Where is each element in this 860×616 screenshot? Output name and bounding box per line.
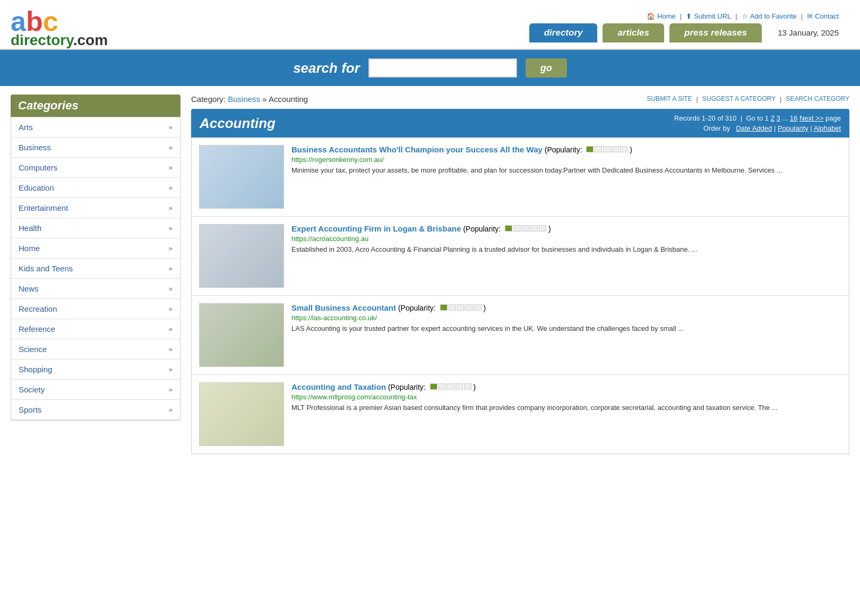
search-button[interactable]: go (526, 58, 567, 78)
tab-articles[interactable]: articles (603, 23, 664, 42)
search-category-link[interactable]: SEARCH CATEGORY (786, 95, 849, 103)
chevron-icon: » (169, 224, 173, 232)
submit-site-link[interactable]: SUBMIT A SITE (647, 95, 692, 103)
sidebar-link[interactable]: Shopping (19, 365, 52, 374)
breadcrumb-left: Category: Business » Accounting (191, 95, 308, 104)
listing-item: Small Business Accountant (Popularity: )… (192, 296, 849, 375)
order-popularity-link[interactable]: Popularity (778, 124, 809, 132)
popularity-bar (603, 146, 610, 152)
category-meta: Records 1-20 of 310 | Go to 1 2 3 ... 16… (674, 114, 841, 132)
chevron-icon: » (169, 365, 173, 373)
listing-item: Expert Accounting Firm in Logan & Brisba… (192, 217, 849, 296)
sidebar-item-kids-and-teens[interactable]: Kids and Teens» (11, 259, 180, 279)
chevron-icon: » (169, 325, 173, 333)
home-link[interactable]: 🏠 Home (647, 12, 676, 20)
listing-thumbnail (199, 224, 284, 288)
sidebar-item-reference[interactable]: Reference» (11, 319, 180, 339)
chevron-icon: » (169, 345, 173, 353)
parent-category-link[interactable]: Business (228, 95, 260, 104)
content-area: Category: Business » Accounting SUBMIT A… (191, 95, 849, 454)
next-page-link[interactable]: Next >> (799, 114, 824, 122)
listing-url[interactable]: https://acroaccounting.au (291, 235, 841, 243)
main-layout: Categories Arts»Business»Computers»Educa… (0, 86, 860, 463)
sidebar-link[interactable]: Reference (19, 324, 55, 333)
listing-title-row: Expert Accounting Firm in Logan & Brisba… (291, 224, 841, 233)
listing-body: Accounting and Taxation (Popularity: ) h… (291, 382, 841, 446)
listing-description: Established in 2003, Acro Accounting & F… (291, 244, 841, 255)
sidebar-item-news[interactable]: News» (11, 279, 180, 299)
sidebar-link[interactable]: Sports (19, 405, 41, 414)
sidebar-item-sports[interactable]: Sports» (11, 400, 180, 420)
sidebar-item-arts[interactable]: Arts» (11, 117, 180, 138)
page-3-link[interactable]: 3 (777, 114, 780, 122)
popularity-bar (455, 383, 463, 390)
chevron-icon: » (169, 204, 173, 212)
listing-description: LAS Accounting is your trusted partner f… (291, 323, 841, 334)
order-alphabet-link[interactable]: Alphabet (814, 124, 841, 132)
sidebar-link[interactable]: Recreation (19, 304, 57, 313)
listing-title-link[interactable]: Expert Accounting Firm in Logan & Brisba… (291, 224, 461, 233)
sidebar-item-education[interactable]: Education» (11, 178, 180, 198)
logo-directory: directory.com (11, 32, 108, 49)
add-favorite-link[interactable]: ☆ Add to Favorite (742, 12, 797, 20)
sidebar-title: Categories (11, 95, 180, 117)
sidebar-item-science[interactable]: Science» (11, 339, 180, 360)
popularity-bars (430, 383, 471, 390)
chevron-icon: » (169, 123, 173, 131)
sidebar-item-business[interactable]: Business» (11, 138, 180, 158)
pagination-info: Records 1-20 of 310 | Go to 1 2 3 ... 16… (674, 114, 841, 122)
sidebar-link[interactable]: Health (19, 224, 41, 233)
tab-directory[interactable]: directory (529, 23, 598, 42)
sidebar-link[interactable]: Arts (19, 123, 33, 132)
suggest-category-link[interactable]: SUGGEST A CATEGORY (702, 95, 776, 103)
sidebar-link[interactable]: Kids and Teens (19, 264, 73, 273)
chevron-icon: » (169, 264, 173, 272)
sidebar-link[interactable]: Society (19, 385, 45, 394)
sidebar-link[interactable]: Computers (19, 163, 57, 172)
popularity-bars (505, 225, 546, 232)
listing-title-link[interactable]: Business Accountants Who'll Champion you… (291, 145, 543, 154)
listing-url[interactable]: https://rogersonkenny.com.au/ (291, 156, 841, 164)
listing-title-row: Accounting and Taxation (Popularity: ) (291, 382, 841, 391)
sidebar-item-shopping[interactable]: Shopping» (11, 360, 180, 380)
popularity-bar (513, 225, 521, 232)
sidebar-list: Arts»Business»Computers»Education»Entert… (11, 117, 180, 421)
popularity-bar (620, 146, 627, 152)
page-16-link[interactable]: 16 (790, 114, 797, 122)
category-title: Accounting (200, 115, 276, 132)
popularity-label: (Popularity: (545, 146, 584, 154)
tab-press-releases[interactable]: press releases (669, 23, 762, 42)
sidebar-link[interactable]: Education (19, 183, 54, 192)
sidebar-item-society[interactable]: Society» (11, 380, 180, 400)
submit-url-link[interactable]: ⬆ Submit URL (686, 12, 731, 20)
sidebar-link[interactable]: Entertainment (19, 203, 68, 212)
order-date-link[interactable]: Date Added (736, 124, 772, 132)
contact-link[interactable]: ✉ Contact (807, 12, 839, 20)
listing-title-link[interactable]: Accounting and Taxation (291, 382, 386, 391)
popularity-bar (457, 304, 465, 311)
listing-description: MLT Professional is a premier Asian base… (291, 403, 841, 413)
tabs-date: directory articles press releases 13 Jan… (529, 23, 839, 42)
logo: abc directory.com (11, 5, 108, 49)
sidebar-link[interactable]: Business (19, 143, 51, 152)
page-2-link[interactable]: 2 (771, 114, 775, 122)
sidebar-link[interactable]: Home (19, 244, 40, 253)
listing-url[interactable]: https://www.mltprosg.com/accounting-tax (291, 393, 841, 401)
sidebar-item-computers[interactable]: Computers» (11, 158, 180, 178)
breadcrumb-separator: » (262, 95, 269, 104)
sidebar-item-entertainment[interactable]: Entertainment» (11, 198, 180, 218)
search-input[interactable] (368, 58, 517, 78)
sidebar-link[interactable]: Science (19, 345, 47, 354)
popularity-bar (466, 304, 473, 311)
popularity-bars (440, 304, 481, 311)
sidebar-item-health[interactable]: Health» (11, 218, 180, 238)
popularity-bar (447, 383, 454, 390)
sidebar-item-home[interactable]: Home» (11, 238, 180, 259)
sidebar-link[interactable]: News (19, 284, 39, 293)
listing-item: Accounting and Taxation (Popularity: ) h… (192, 375, 849, 454)
listing-url[interactable]: https://las-accounting.co.uk/ (291, 314, 841, 322)
popularity-bar (440, 304, 448, 311)
listing-title-link[interactable]: Small Business Accountant (291, 303, 396, 312)
sidebar-item-recreation[interactable]: Recreation» (11, 299, 180, 319)
header: abc directory.com 🏠 Home | ⬆ Submit URL … (0, 0, 860, 50)
